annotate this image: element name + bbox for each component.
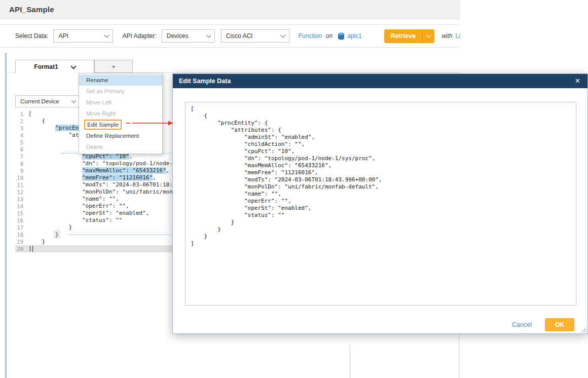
code-text: } xyxy=(28,231,59,238)
live-data-link[interactable]: Live Data xyxy=(456,32,460,40)
chevron-down-icon xyxy=(104,33,109,38)
code-text: [ xyxy=(28,110,32,118)
adapter-type-dropdown[interactable]: Cisco ACI xyxy=(221,29,289,43)
modal-footer: Cancel OK xyxy=(512,318,574,331)
menu-item-set-as-primary: Set as Primary xyxy=(79,86,162,97)
chevron-down-icon[interactable] xyxy=(70,63,76,69)
tab-format1-label: Format1 xyxy=(34,63,58,70)
code-text: "maxMemAlloc": "65433216", xyxy=(28,167,169,174)
code-text: } xyxy=(28,224,72,231)
edit-sample-annotation-box: Edit Sample xyxy=(84,120,122,130)
line-number: 9 xyxy=(15,167,28,174)
menu-item-move-right: Move Right xyxy=(79,108,162,119)
device-selector-value: Current Device xyxy=(20,98,59,104)
page-header: API_Sample xyxy=(0,0,460,19)
modal-header[interactable]: Edit Sample Data ✕ xyxy=(173,74,587,88)
red-arrow-annotation xyxy=(125,119,173,127)
modal-title: Edit Sample Data xyxy=(179,78,231,85)
database-icon xyxy=(338,32,345,40)
device-selector-dropdown[interactable]: Current Device xyxy=(15,95,80,107)
on-text: on xyxy=(326,32,333,40)
bg-divider-2 xyxy=(459,333,459,378)
api-sample-screen: API_Sample Select Data: API API Adapter:… xyxy=(0,0,588,378)
line-number: 14 xyxy=(15,203,28,210)
bracket-guide-bottom xyxy=(68,235,171,235)
line-number: 8 xyxy=(15,160,28,167)
line-number: 15 xyxy=(15,210,28,217)
code-text: "operErr": "", xyxy=(28,203,129,210)
text-cursor xyxy=(32,246,33,252)
page-title: API_Sample xyxy=(9,5,54,14)
select-data-label: Select Data: xyxy=(15,32,48,40)
code-text: "cpuPct": "10", xyxy=(28,153,132,160)
line-number: 6 xyxy=(15,146,28,153)
menu-item-delete: Delete xyxy=(79,141,162,153)
line-number: 12 xyxy=(15,188,28,196)
cancel-button[interactable]: Cancel xyxy=(512,321,532,328)
code-text: ] xyxy=(28,245,33,252)
code-text: } xyxy=(28,238,45,245)
menu-item-rename[interactable]: Rename xyxy=(79,74,162,86)
line-number: 20 xyxy=(15,245,28,252)
chevron-down-icon xyxy=(426,33,431,38)
adapter-type-value: Cisco ACI xyxy=(226,32,253,40)
function-link[interactable]: Function xyxy=(299,32,322,40)
chevron-down-icon xyxy=(206,33,211,38)
sample-data-textarea[interactable]: [ { "procEntity": { "attributes": { "adm… xyxy=(185,102,576,306)
line-number: 7 xyxy=(15,153,28,160)
chevron-down-icon xyxy=(280,33,285,38)
line-number: 17 xyxy=(15,224,28,231)
edit-sample-modal: Edit Sample Data ✕ [ { "procEntity": { "… xyxy=(172,73,588,334)
code-text: { xyxy=(28,118,45,125)
code-text: "name": "", xyxy=(28,196,119,203)
menu-item-move-left: Move Left xyxy=(79,97,162,108)
api-adapter-dropdown[interactable]: Devices xyxy=(162,29,215,43)
line-number: 13 xyxy=(15,196,28,203)
retrieve-label[interactable]: Retrieve xyxy=(384,29,422,43)
line-number: 18 xyxy=(15,231,28,238)
highlighted-token: "memFree": "11216016" xyxy=(82,174,153,181)
chevron-down-icon xyxy=(71,98,77,103)
code-text: "status": "" xyxy=(28,217,122,224)
code-text: "operSt": "enabled", xyxy=(28,210,149,217)
select-data-dropdown[interactable]: API xyxy=(53,29,113,43)
tab-format1[interactable]: Format1 xyxy=(15,60,94,73)
ok-button[interactable]: OK xyxy=(545,318,574,331)
line-number: 3 xyxy=(15,125,28,132)
add-format-tab[interactable]: + xyxy=(94,60,133,73)
line-number: 2 xyxy=(15,118,28,125)
line-number: 5 xyxy=(15,139,28,146)
with-text: with xyxy=(442,32,452,40)
highlighted-token: "maxMemAlloc": "65433216" xyxy=(82,167,166,174)
line-number: 10 xyxy=(15,174,28,181)
menu-item-define-replacement[interactable]: Define Replacement xyxy=(79,130,162,141)
bg-divider-1 xyxy=(350,346,350,378)
select-data-value: API xyxy=(58,32,68,40)
api-adapter-label: API Adapter: xyxy=(122,32,156,40)
close-icon[interactable]: ✕ xyxy=(574,74,581,88)
retrieve-dropdown-toggle[interactable] xyxy=(422,29,434,43)
retrieve-button[interactable]: Retrieve xyxy=(384,29,434,43)
code-text: "memFree": "11216016", xyxy=(28,174,156,181)
tab-context-menu: RenameSet as PrimaryMove LeftMove RightE… xyxy=(79,73,163,154)
line-number: 4 xyxy=(15,132,28,139)
line-number: 16 xyxy=(15,217,28,224)
line-number: 19 xyxy=(15,238,28,245)
resize-handle[interactable] xyxy=(581,327,586,332)
line-number: 11 xyxy=(15,181,28,188)
matched-bracket: } xyxy=(55,231,59,238)
device-link[interactable]: apic1 xyxy=(347,32,362,40)
left-accent-bar xyxy=(5,53,7,378)
line-number: 1 xyxy=(15,110,28,118)
api-adapter-value: Devices xyxy=(167,32,189,40)
plus-icon: + xyxy=(112,63,116,70)
toolbar: Select Data: API API Adapter: Devices Ci… xyxy=(0,24,460,48)
